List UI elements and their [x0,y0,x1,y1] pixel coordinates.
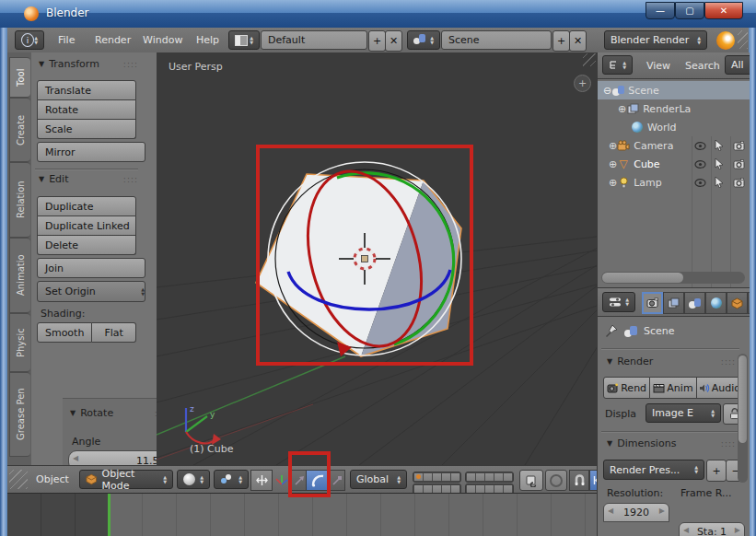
tab-render-layers[interactable] [663,292,684,314]
renderable-camera-icon[interactable] [732,176,745,189]
layer-2[interactable] [424,473,432,481]
selectable-cursor-icon[interactable] [713,176,726,189]
layer-18[interactable] [485,485,494,493]
hide-eye-icon[interactable] [693,139,706,152]
transform-orientation-selector[interactable]: Global ▲▼ [350,470,407,489]
layer-20[interactable] [504,485,512,493]
panel-grip-icon[interactable]: :::: [123,60,138,69]
scene-name-field[interactable]: Scene [441,30,552,50]
layer-7[interactable] [476,473,484,481]
lock-to-scene-button[interactable] [519,470,543,491]
render-animation-button[interactable]: Anim [650,377,696,399]
scrollbar-thumb[interactable] [739,355,747,443]
screen-layout-name-field[interactable]: Default [261,30,367,50]
editor-type-button-info[interactable]: i ▲▼ [15,30,44,50]
minimize-button[interactable]: — [646,2,675,19]
outliner-menu-search[interactable]: Search [677,52,728,78]
outliner-row-cube[interactable]: ⊕ ▽ Cube [598,155,750,173]
outliner-row-world[interactable]: World [598,118,750,136]
layer-11[interactable] [414,485,423,493]
toolshelf-tab-physics[interactable]: Physic [9,313,30,372]
render-presets-selector[interactable]: Render Pres... ▲▼ [603,460,704,480]
render-audio-button[interactable]: Audio [697,377,743,399]
expand-icon[interactable]: ⊕ [609,140,617,152]
layer-13[interactable] [433,485,441,493]
tab-scene[interactable] [684,292,705,314]
outliner-filter-selector[interactable]: All [725,55,750,75]
tab-render[interactable] [642,292,663,314]
tab-world[interactable] [705,292,727,314]
collapse-icon[interactable]: ⊖ [603,85,611,97]
hide-eye-icon[interactable] [693,157,706,170]
dimensions-panel-header[interactable]: ▼ Dimensions :::: [607,437,736,449]
tab-constraints[interactable] [748,292,750,314]
viewport-shading-selector[interactable]: ▲▼ [177,470,210,489]
object-menu[interactable]: Object [28,470,77,489]
rotate-button[interactable]: Rotate [37,100,136,120]
close-button[interactable]: ✕ [704,2,743,19]
header-corner-grip[interactable] [738,30,748,49]
toolshelf-tab-animation[interactable]: Animatio [9,238,30,313]
scrollbar-thumb[interactable] [602,273,683,283]
viewport-corner-grip[interactable] [583,53,596,66]
layer-3[interactable] [433,473,441,481]
shade-smooth-button[interactable]: Smooth [37,322,92,343]
tab-object[interactable] [727,292,748,314]
layer-10[interactable] [504,473,512,481]
expand-icon[interactable]: ⊕ [618,103,626,115]
outliner-menu-view[interactable]: View [638,52,679,78]
manipulator-scale-button[interactable] [330,470,345,491]
translate-button[interactable]: Translate [37,80,136,100]
operator-panel-header[interactable]: ▼ Rotate :::: [70,407,169,419]
manipulator-toggle-button[interactable] [250,470,273,491]
mirror-button[interactable]: Mirror [37,142,145,162]
renderable-camera-icon[interactable] [732,139,745,152]
outliner-row-scene[interactable]: ⊖ Scene [598,81,750,99]
proportional-edit-button[interactable] [545,470,567,491]
transform-panel-header[interactable]: ▼ Transform :::: [39,58,138,70]
menu-help[interactable]: Help [188,28,227,52]
expand-icon[interactable]: ⊕ [609,177,617,189]
outliner-row-camera[interactable]: ⊕ Camera [598,136,750,155]
layer-16[interactable] [467,485,475,493]
unlink-scene-button[interactable]: ✕ [569,30,587,52]
expand-icon[interactable]: ⊕ [609,158,617,170]
display-mode-selector[interactable]: Image E ▲▼ [646,403,721,423]
delete-button[interactable]: Delete [37,236,136,255]
decrement-icon[interactable]: ◀ [73,454,78,462]
frame-start-field[interactable]: ◀Sta: 1▶ [679,522,745,536]
menu-file[interactable]: File [50,28,83,52]
duplicate-linked-button[interactable]: Duplicate Linked [37,216,136,236]
add-preset-button[interactable]: + [706,460,727,482]
panel-grip-icon[interactable]: :::: [721,439,736,449]
region-expand-button[interactable]: + [574,75,591,92]
hide-eye-icon[interactable] [693,176,706,189]
panel-grip-icon[interactable]: :::: [123,175,138,184]
add-layout-button[interactable]: + [368,30,386,52]
set-origin-menu[interactable]: Set Origin ▲▼ [37,281,145,302]
toolshelf-tab-tool[interactable]: Tool [9,57,30,98]
title-bar[interactable]: Blender — ▢ ✕ [0,0,756,29]
layer-19[interactable] [494,485,503,493]
current-frame-marker[interactable] [108,494,110,536]
layer-12[interactable] [424,485,432,493]
layer-5[interactable] [451,473,459,481]
selectable-cursor-icon[interactable] [713,157,726,170]
layer-14[interactable] [442,485,450,493]
outliner-row-lamp[interactable]: ⊕ Lamp [598,173,750,192]
editor-type-button-outliner[interactable]: ▲▼ [602,55,633,75]
layer-8[interactable] [485,473,494,481]
screen-layout-selector[interactable]: ▲▼ [228,30,260,50]
renderable-camera-icon[interactable] [732,157,745,170]
layer-4[interactable] [442,473,450,481]
maximize-button[interactable]: ▢ [675,2,704,19]
scene-selector[interactable]: ▲▼ [407,30,440,50]
snap-toggle-button[interactable] [569,470,589,491]
delete-layout-button[interactable]: ✕ [385,30,402,52]
render-still-button[interactable]: Rend [603,377,650,399]
layer-6[interactable] [467,473,475,481]
add-scene-button[interactable]: + [552,30,570,52]
shade-flat-button[interactable]: Flat [92,322,136,343]
menu-window[interactable]: Window [134,28,191,52]
resolution-x-field[interactable]: ◀1920▶ [603,503,669,522]
